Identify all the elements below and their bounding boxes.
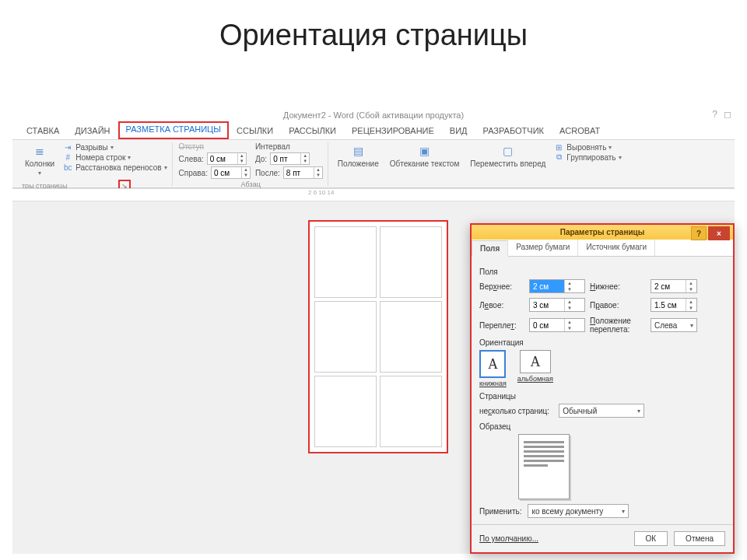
before-label: До:: [255, 155, 267, 163]
wrap-text-button[interactable]: ▣Обтекание текстом: [387, 142, 463, 170]
page-thumb[interactable]: [314, 301, 377, 373]
ruler: 2 6 10 14: [12, 189, 735, 201]
landscape-icon: A: [520, 350, 551, 373]
ok-button[interactable]: ОК: [634, 531, 668, 546]
orientation-landscape[interactable]: A альбомная: [517, 350, 553, 387]
orientation-portrait[interactable]: A книжная: [479, 350, 507, 387]
position-icon: ▤: [351, 144, 365, 158]
gutter-label: Переплет:: [479, 321, 524, 330]
section-margins: Поля: [479, 268, 725, 276]
tab-review[interactable]: РЕЦЕНЗИРОВАНИЕ: [344, 123, 442, 139]
page-thumbnails: [308, 220, 448, 453]
right-indent-label: Справа:: [179, 169, 208, 177]
columns-label: Колонки: [25, 159, 54, 168]
dialog-titlebar: Параметры страницы ? ×: [472, 225, 733, 240]
tab-insert[interactable]: СТАВКА: [19, 123, 67, 139]
top-margin-input[interactable]: ▲▼: [529, 279, 585, 293]
top-margin-label: Верхнее:: [479, 282, 524, 291]
multipage-combo[interactable]: Обычный▾: [559, 404, 644, 418]
left-indent-input[interactable]: ▲▼: [207, 152, 247, 165]
help-icon[interactable]: ?: [712, 109, 717, 120]
preview-thumbnail: [518, 434, 570, 499]
gutter-pos-label: Положение переплета:: [590, 317, 646, 334]
dialog-tabs: Поля Размер бумаги Источник бумаги: [472, 240, 733, 257]
page-thumb[interactable]: [380, 226, 442, 298]
cancel-button[interactable]: Отмена: [674, 531, 725, 546]
forward-icon: ▢: [501, 144, 515, 158]
dialog-tab-paper[interactable]: Размер бумаги: [508, 240, 578, 256]
dialog-tab-source[interactable]: Источник бумаги: [578, 240, 655, 256]
dialog-close-button[interactable]: ×: [708, 226, 730, 240]
ribbon-tabs: СТАВКА ДИЗАЙН РАЗМЕТКА СТРАНИЦЫ ССЫЛКИ Р…: [12, 123, 735, 140]
bottom-margin-input[interactable]: ▲▼: [651, 279, 697, 293]
columns-icon: ≣: [33, 144, 47, 158]
section-pages: Страницы: [479, 392, 725, 401]
bring-forward-button[interactable]: ▢Переместить вперед: [467, 142, 549, 170]
ribbon: ≣ Колонки ▾ ⇥Разрывы▾ #Номера строк▾ bcР…: [12, 140, 735, 188]
apply-to-combo[interactable]: ко всему документу▾: [528, 504, 629, 518]
page-thumb[interactable]: [380, 376, 442, 447]
group-paragraph-label: Абзац: [179, 179, 323, 188]
breaks-button[interactable]: ⇥Разрывы▾: [62, 142, 167, 152]
spacing-before-input[interactable]: ▲▼: [270, 152, 310, 165]
right-indent-input[interactable]: ▲▼: [211, 166, 251, 179]
spacing-after-input[interactable]: ▲▼: [283, 166, 323, 179]
group-button[interactable]: ⧉Группировать▾: [553, 152, 621, 162]
tab-page-layout[interactable]: РАЗМЕТКА СТРАНИЦЫ: [118, 121, 229, 139]
tab-design[interactable]: ДИЗАЙН: [67, 123, 117, 139]
section-orientation: Ориентация: [479, 338, 725, 347]
section-preview: Образец: [479, 422, 725, 431]
chevron-down-icon: ▾: [38, 170, 41, 177]
align-button[interactable]: ⊞Выровнять▾: [553, 142, 621, 152]
after-label: После:: [255, 169, 280, 177]
tab-mailings[interactable]: РАССЫЛКИ: [281, 123, 344, 139]
dialog-help-button[interactable]: ?: [691, 226, 707, 240]
tab-developer[interactable]: РАЗРАБОТЧИК: [475, 123, 552, 139]
window-restore-icon[interactable]: ◻: [724, 109, 731, 120]
tab-view[interactable]: ВИД: [442, 123, 475, 139]
wrap-icon: ▣: [418, 144, 432, 158]
page-thumb[interactable]: [380, 301, 442, 373]
gutter-input[interactable]: ▲▼: [529, 318, 585, 332]
left-indent-label: Слева:: [179, 155, 204, 163]
tab-acrobat[interactable]: ACROBAT: [552, 123, 608, 139]
linenum-icon: #: [62, 152, 73, 162]
left-margin-input[interactable]: ▲▼: [529, 298, 585, 312]
position-button[interactable]: ▤Положение: [335, 142, 382, 170]
hyphen-icon: bc: [62, 163, 73, 172]
multipage-label: несколько страниц:: [479, 407, 549, 415]
page-setup-dialog: Параметры страницы ? × Поля Размер бумаг…: [470, 223, 735, 554]
page-thumb[interactable]: [314, 226, 377, 298]
indent-title: Отступ: [179, 142, 251, 151]
right-margin-label: Правое:: [590, 301, 646, 310]
word-window: Документ2 - Word (Сбой активации продукт…: [12, 107, 735, 554]
left-margin-label: Левое:: [479, 301, 524, 310]
tab-references[interactable]: ССЫЛКИ: [229, 123, 281, 139]
default-button[interactable]: По умолчанию...: [479, 534, 538, 543]
dialog-title: Параметры страницы: [560, 228, 645, 236]
right-margin-input[interactable]: ▲▼: [651, 298, 697, 312]
apply-to-label: Применить:: [479, 507, 521, 516]
gutter-pos-combo[interactable]: Слева▾: [651, 318, 697, 332]
document-area: 2 6 10 14 Параметры страницы ? × Поля Ра…: [12, 188, 735, 554]
titlebar: Документ2 - Word (Сбой активации продукт…: [12, 107, 735, 123]
align-icon: ⊞: [553, 142, 564, 152]
spacing-title: Интервал: [255, 142, 323, 151]
line-numbers-button[interactable]: #Номера строк▾: [62, 152, 167, 162]
columns-button[interactable]: ≣ Колонки ▾: [22, 142, 58, 178]
titlebar-text: Документ2 - Word (Сбой активации продукт…: [283, 110, 464, 120]
dialog-tab-margins[interactable]: Поля: [472, 240, 508, 257]
group-icon: ⧉: [553, 152, 564, 162]
bottom-margin-label: Нижнее:: [590, 282, 646, 291]
slide-title: Ориентация страницы: [0, 0, 747, 60]
portrait-icon: A: [479, 350, 506, 378]
hyphenation-button[interactable]: bcРасстановка переносов▾: [62, 163, 167, 172]
page-thumb[interactable]: [314, 376, 377, 447]
breaks-icon: ⇥: [62, 142, 73, 152]
